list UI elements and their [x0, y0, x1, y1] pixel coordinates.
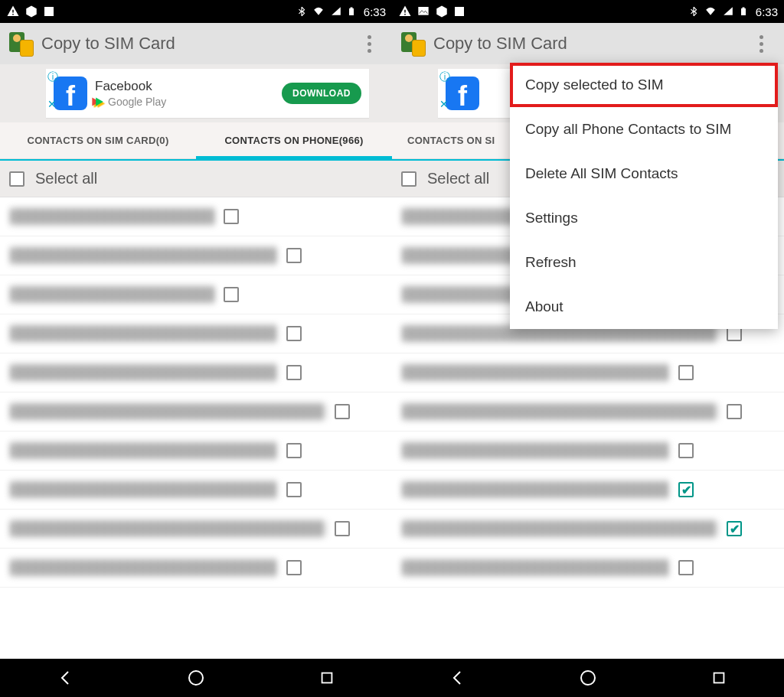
svg-marker-2 — [26, 6, 37, 18]
contact-row[interactable] — [0, 510, 392, 549]
contact-blurred-text — [11, 481, 277, 498]
hexagon-icon — [435, 5, 449, 18]
tab-phone-contacts[interactable]: CONTACTS ON PHONE(966) — [196, 122, 392, 158]
contact-row[interactable] — [0, 353, 392, 392]
contact-checkbox[interactable] — [678, 560, 694, 575]
wifi-icon — [704, 6, 717, 17]
select-all-checkbox[interactable] — [9, 171, 24, 187]
contact-checkbox[interactable] — [224, 209, 239, 224]
contact-checkbox[interactable] — [286, 365, 302, 380]
contact-blurred-text — [11, 247, 277, 264]
contact-blurred-text — [11, 208, 214, 225]
contact-blurred-text — [11, 442, 277, 459]
contact-checkbox[interactable] — [727, 404, 742, 419]
contact-row[interactable] — [0, 236, 392, 275]
contact-checkbox[interactable] — [286, 326, 302, 341]
ad-download-button[interactable]: DOWNLOAD — [282, 83, 361, 104]
contact-blurred-text — [11, 286, 214, 303]
app-icon — [400, 31, 426, 57]
menu-settings[interactable]: Settings — [510, 196, 778, 240]
contact-blurred-text — [403, 442, 669, 459]
status-bar: 6:33 — [392, 0, 784, 23]
select-all-row[interactable]: Select all — [0, 161, 392, 197]
ad-close-icon[interactable]: ✕ — [47, 98, 58, 110]
contact-checkbox[interactable] — [678, 365, 694, 380]
contact-checkbox[interactable] — [727, 521, 742, 536]
contact-blurred-text — [11, 559, 277, 576]
contact-row[interactable] — [392, 471, 784, 510]
contact-checkbox[interactable] — [224, 287, 239, 302]
contact-row[interactable] — [392, 392, 784, 432]
contact-checkbox[interactable] — [678, 482, 694, 497]
select-all-label: Select all — [427, 170, 489, 187]
battery-icon — [347, 5, 356, 18]
menu-refresh[interactable]: Refresh — [510, 240, 778, 285]
contact-blurred-text — [403, 520, 717, 537]
contact-blurred-text — [403, 364, 669, 381]
contact-row[interactable] — [0, 432, 392, 471]
tab-sim-contacts[interactable]: CONTACTS ON SIM CARD(0) — [0, 122, 196, 158]
clock-text: 6:33 — [364, 5, 386, 18]
contact-checkbox[interactable] — [335, 404, 350, 419]
app-bar: Copy to SIM Card — [392, 23, 784, 64]
ad-store: Google Play — [95, 96, 274, 108]
facebook-logo-icon: f — [54, 77, 87, 110]
nav-home-button[interactable] — [577, 666, 599, 689]
svg-point-15 — [581, 671, 595, 685]
nav-recents-button[interactable] — [707, 666, 730, 689]
svg-rect-4 — [349, 8, 354, 15]
hexagon-icon — [24, 5, 38, 18]
contact-checkbox[interactable] — [286, 248, 302, 263]
nav-back-button[interactable] — [54, 666, 77, 689]
signal-icon — [330, 6, 342, 17]
ad-close-icon[interactable]: ✕ — [439, 98, 450, 110]
overflow-menu: Copy selected to SIM Copy all Phone Cont… — [510, 63, 778, 329]
select-all-checkbox[interactable] — [401, 171, 416, 187]
contact-checkbox[interactable] — [335, 521, 350, 536]
image-icon — [416, 5, 430, 18]
svg-rect-14 — [742, 8, 744, 9]
tab-sim-contacts[interactable]: CONTACTS ON SI — [392, 122, 507, 158]
contact-checkbox[interactable] — [678, 443, 694, 458]
ad-title: Facebook — [95, 79, 274, 94]
menu-copy-selected[interactable]: Copy selected to SIM — [510, 63, 778, 107]
phone-left: 6:33 Copy to SIM Card ⓘ ✕ f Face — [0, 0, 392, 697]
menu-about[interactable]: About — [510, 285, 778, 329]
contact-row[interactable] — [392, 510, 784, 549]
svg-rect-1 — [12, 14, 14, 15]
contact-row[interactable] — [392, 432, 784, 471]
svg-point-6 — [189, 671, 203, 685]
svg-rect-16 — [714, 673, 724, 683]
contact-row[interactable] — [0, 549, 392, 588]
ad-info-icon[interactable]: ⓘ — [439, 70, 450, 84]
battery-icon — [739, 5, 748, 18]
contact-blurred-text — [403, 403, 717, 420]
contact-row[interactable] — [392, 353, 784, 392]
contact-row[interactable] — [0, 197, 392, 236]
contact-row[interactable] — [0, 275, 392, 314]
select-all-label: Select all — [35, 170, 97, 187]
menu-copy-all[interactable]: Copy all Phone Contacts to SIM — [510, 107, 778, 151]
contact-row[interactable] — [0, 471, 392, 510]
contact-row[interactable] — [392, 549, 784, 588]
more-vert-icon — [368, 35, 371, 53]
contact-blurred-text — [403, 559, 669, 576]
contact-checkbox[interactable] — [286, 443, 302, 458]
app-title: Copy to SIM Card — [41, 34, 346, 54]
ad-banner[interactable]: ⓘ ✕ f Facebook Google Play DOWNLOAD — [0, 64, 392, 122]
overflow-menu-button[interactable] — [354, 28, 384, 59]
contact-checkbox[interactable] — [286, 482, 302, 497]
contact-row[interactable] — [0, 314, 392, 353]
status-bar: 6:33 — [0, 0, 392, 23]
more-vert-icon — [760, 35, 763, 53]
overflow-menu-button[interactable] — [746, 28, 776, 59]
nav-recents-button[interactable] — [315, 666, 338, 689]
nav-back-button[interactable] — [446, 666, 469, 689]
ad-info-icon[interactable]: ⓘ — [47, 70, 58, 84]
wifi-icon — [312, 6, 325, 17]
menu-delete-all[interactable]: Delete All SIM Contacts — [510, 151, 778, 196]
svg-rect-9 — [404, 14, 406, 15]
nav-home-button[interactable] — [185, 666, 207, 689]
contact-checkbox[interactable] — [286, 560, 302, 575]
contact-row[interactable] — [0, 392, 392, 432]
